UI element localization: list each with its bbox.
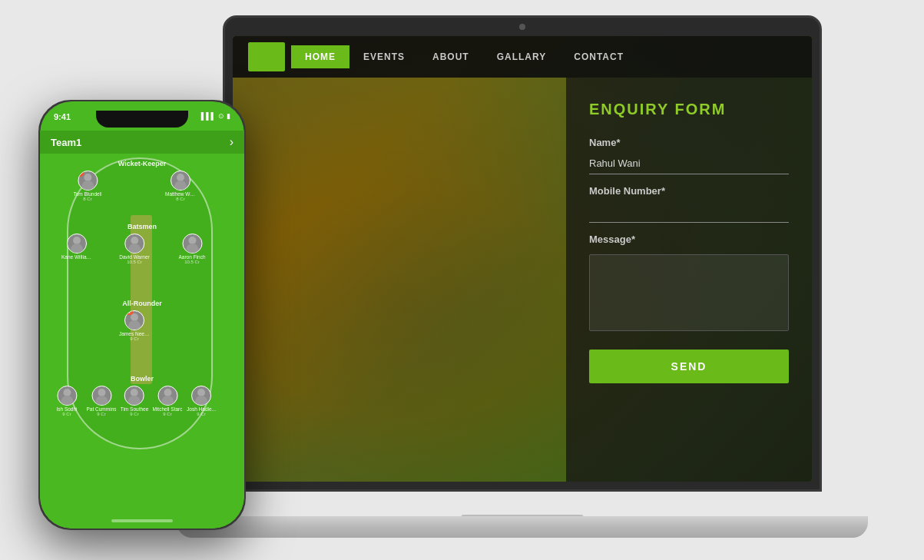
player-cost: 9 Cr (62, 412, 71, 416)
player-cost: 9 Cr (163, 412, 171, 416)
message-textarea[interactable] (589, 254, 789, 331)
allrounder-label: All-Rounder (122, 300, 162, 307)
cricket-field-container: Wicket-Keeper ○ Tom Blundell 8 Cr (40, 154, 244, 461)
player-cost: 10.5 Cr (127, 260, 142, 264)
phone-inner: Team1 › Wicket-Keeper ○ (40, 131, 244, 529)
avatar-body (81, 181, 94, 190)
player-avatar (171, 171, 190, 191)
mobile-input[interactable] (589, 201, 789, 223)
player-cost: 9 Cr (130, 336, 138, 341)
avatar-body (128, 396, 141, 405)
avatar-body (161, 396, 174, 405)
avatar-body (195, 396, 207, 405)
player-name: Aaron Finch (178, 254, 205, 260)
nav-contact[interactable]: CONTACT (560, 45, 638, 68)
laptop-body: HOME EVENTS ABOUT GALLARY CONTACT ENQUIR… (223, 15, 822, 492)
player-mitchell-starc: Mitchell Starc 9 Cr (152, 386, 182, 416)
player-avatar (91, 386, 111, 406)
player-name: Ish Sodhi (56, 406, 77, 412)
player-avatar: VC (124, 310, 144, 330)
form-title: ENQUIRY FORM (589, 101, 789, 118)
player-josh-hadle: Josh Hadle... 9 Cr (187, 386, 216, 416)
nav-bar: HOME EVENTS ABOUT GALLARY CONTACT (233, 36, 812, 78)
phone-screen: 9:41 ▌▌▌ ⊙ ▮ Team1 › (40, 101, 244, 529)
nav-gallary[interactable]: GALLARY (483, 45, 561, 68)
player-cost: 9 Cr (97, 412, 105, 416)
player-avatar: ○ (78, 171, 98, 191)
player-james-neesham: VC James Neesham 9 Cr (119, 310, 150, 341)
player-david-warner: David Warner 10.5 Cr (119, 234, 150, 264)
laptop-stand (223, 490, 822, 538)
player-name: Kane Williamson (61, 254, 92, 260)
player-name: Josh Hadle... (187, 406, 216, 412)
player-avatar (124, 234, 144, 253)
player-name: Mitchell Starc (152, 406, 182, 412)
player-ish-sodhi: Ish Sodhi 9 Cr (56, 386, 77, 416)
wifi-icon: ⊙ (218, 112, 224, 120)
player-name: Tim Southee (121, 406, 149, 412)
captain-badge: ○ (78, 171, 84, 177)
enquiry-form: ENQUIRY FORM Name* Mobile Number* Messag… (566, 78, 812, 482)
laptop-bottom-bar (177, 516, 868, 538)
player-avatar (124, 386, 144, 406)
player-cost: 10.5 Cr (184, 260, 200, 264)
player-aaron-finch: Aaron Finch 10.5 Cr (178, 234, 205, 264)
team-name: Team1 (51, 137, 81, 148)
nav-logo (248, 42, 285, 71)
phone-home-indicator (111, 519, 173, 522)
avatar-body (61, 396, 73, 405)
nav-about[interactable]: ABOUT (419, 45, 483, 68)
battery-icon: ▮ (227, 112, 230, 120)
bowler-label: Bowler (131, 375, 154, 383)
phone-body: 9:41 ▌▌▌ ⊙ ▮ Team1 › (38, 100, 246, 530)
message-label: Message* (589, 234, 789, 245)
name-input[interactable] (589, 153, 789, 174)
player-avatar (67, 234, 87, 253)
chevron-right-icon[interactable]: › (230, 135, 233, 149)
laptop: HOME EVENTS ABOUT GALLARY CONTACT ENQUIR… (223, 15, 822, 538)
player-name: Tom Blundell (73, 191, 101, 197)
phone-header: Team1 › (40, 131, 244, 154)
phone: 9:41 ▌▌▌ ⊙ ▮ Team1 › (38, 100, 246, 530)
phone-status-bar: ▌▌▌ ⊙ ▮ (201, 112, 230, 120)
player-name: Pat Cummins (86, 406, 116, 412)
laptop-camera (519, 24, 525, 30)
avatar-body (174, 181, 187, 190)
player-name: Matthew Wade (165, 191, 196, 197)
player-cost: 9 Cr (197, 412, 205, 416)
nav-links: HOME EVENTS ABOUT GALLARY CONTACT (291, 45, 638, 68)
avatar-body (186, 244, 198, 253)
mobile-label: Mobile Number* (589, 185, 789, 197)
phone-power-button[interactable] (244, 194, 246, 232)
nav-home[interactable]: HOME (291, 45, 349, 68)
player-pat-cummins: Pat Cummins 9 Cr (86, 386, 116, 416)
phone-time: 9:41 (54, 112, 71, 121)
player-kane-williamson: Kane Williamson (61, 234, 92, 260)
player-avatar (157, 386, 177, 406)
player-name: David Warner (119, 254, 150, 260)
player-name: James Neesham (119, 331, 150, 336)
player-matthew-wade: Matthew Wade 8 Cr (165, 171, 196, 201)
player-tim-southee: Tim Southee 9 Cr (121, 386, 149, 416)
laptop-screen: HOME EVENTS ABOUT GALLARY CONTACT ENQUIR… (233, 36, 812, 482)
name-label: Name* (589, 137, 789, 148)
player-avatar (191, 386, 211, 406)
send-button[interactable]: SEND (589, 350, 789, 383)
player-tom-blundell: ○ Tom Blundell 8 Cr (73, 171, 101, 201)
nav-events[interactable]: EVENTS (349, 45, 419, 68)
phone-notch (96, 111, 188, 128)
avatar-body (128, 320, 141, 330)
screen-content: HOME EVENTS ABOUT GALLARY CONTACT ENQUIR… (233, 36, 812, 482)
player-avatar (57, 386, 77, 406)
batsmen-label: Batsmen (128, 223, 157, 230)
player-cost: 8 Cr (176, 197, 184, 201)
signal-icon: ▌▌▌ (201, 112, 216, 120)
player-avatar (182, 234, 202, 253)
player-cost: 9 Cr (130, 412, 138, 416)
avatar-body (95, 396, 108, 405)
player-cost: 8 Cr (83, 197, 91, 201)
avatar-body (128, 244, 141, 253)
wicket-keeper-label: Wicket-Keeper (118, 160, 166, 167)
avatar-body (71, 244, 83, 253)
